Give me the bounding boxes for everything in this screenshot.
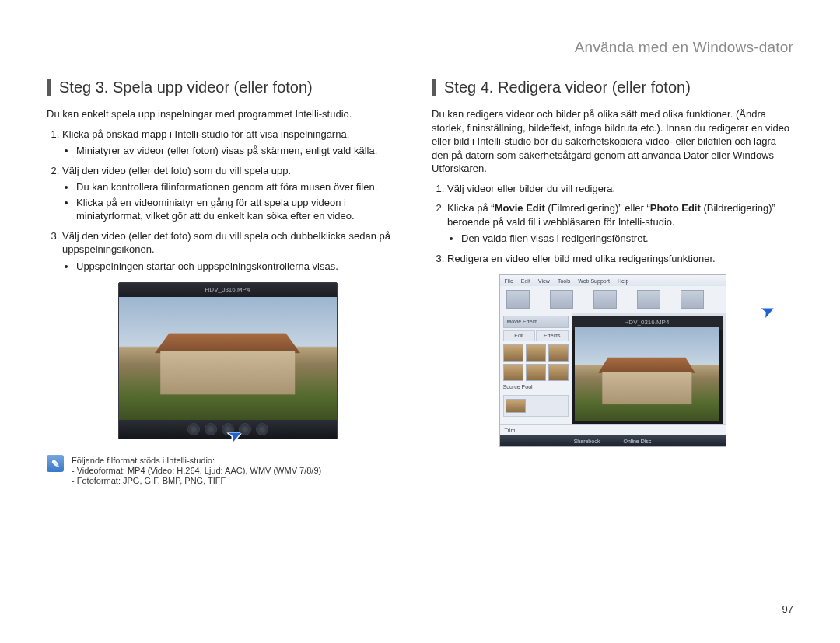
source-pool-label: Source Pool bbox=[503, 384, 569, 393]
menu-item[interactable]: Help bbox=[618, 278, 628, 284]
tab-effects[interactable]: Effects bbox=[536, 330, 569, 341]
rewind-icon[interactable] bbox=[205, 423, 217, 435]
timeline-clip[interactable] bbox=[681, 290, 704, 309]
sub-item: Miniatyrer av videor (eller foton) visas… bbox=[76, 144, 408, 158]
editor-toolbar: Trim bbox=[500, 424, 726, 435]
editor-body: Movie Effect Edit Effects bbox=[500, 313, 726, 425]
note-line: - Fotoformat: JPG, GIF, BMP, PNG, TIFF bbox=[72, 476, 321, 485]
video-player-window: HDV_0316.MP4 bbox=[118, 282, 338, 439]
skip-forward-icon[interactable] bbox=[256, 423, 268, 435]
menu-item[interactable]: Web Support bbox=[578, 278, 610, 284]
sub-item: Du kan kontrollera filinformationen geno… bbox=[76, 180, 408, 194]
cursor-arrow-icon: ➤ bbox=[757, 299, 778, 323]
effect-thumb[interactable] bbox=[503, 364, 523, 381]
house-image bbox=[602, 354, 691, 405]
play-pause-icon[interactable] bbox=[222, 423, 234, 435]
editor-footer: Sharebook Online Disc bbox=[500, 435, 726, 446]
editor-preview: HDV_0316.MP4 bbox=[572, 316, 723, 425]
step-text: Klicka på önskad mapp i Intelli-studio f… bbox=[62, 128, 349, 140]
effects-panel: Movie Effect Edit Effects bbox=[500, 313, 572, 425]
list-item: Välj den video (eller det foto) som du v… bbox=[62, 229, 408, 274]
sublist: Den valda filen visas i redigeringsfönst… bbox=[447, 232, 793, 246]
step4-heading: Steg 4. Redigera videor (eller foton) bbox=[432, 79, 793, 96]
step4-list: Välj videor eller bilder du vill rediger… bbox=[432, 182, 793, 266]
panel-title: Movie Effect bbox=[503, 316, 569, 328]
wall-shape bbox=[602, 372, 691, 405]
menu-item[interactable]: View bbox=[538, 278, 550, 284]
timeline-clip[interactable] bbox=[506, 290, 530, 309]
movie-edit-label: Movie Edit bbox=[495, 202, 545, 214]
effect-thumb[interactable] bbox=[526, 364, 546, 381]
list-item: Redigera en video eller bild med olika r… bbox=[447, 252, 793, 266]
online-disc-button[interactable]: Online Disc bbox=[624, 439, 652, 444]
timeline-clip[interactable] bbox=[637, 290, 660, 309]
section-header: Använda med en Windows-dator bbox=[47, 39, 793, 61]
right-column: Steg 4. Redigera videor (eller foton) Du… bbox=[432, 79, 793, 485]
step-text: Välj den video (eller det foto) som du v… bbox=[62, 165, 291, 176]
editor-window: File Edit View Tools Web Support Help bbox=[499, 274, 726, 447]
step3-list: Klicka på önskad mapp i Intelli-studio f… bbox=[47, 128, 408, 274]
effect-thumbnails bbox=[503, 344, 569, 381]
effect-thumb[interactable] bbox=[548, 364, 569, 381]
list-item: Välj den video (eller det foto) som du v… bbox=[62, 164, 408, 223]
timeline-clip[interactable] bbox=[593, 290, 617, 309]
menu-item[interactable]: Edit bbox=[521, 278, 530, 284]
menu-item[interactable]: Tools bbox=[558, 278, 570, 284]
panel-tabs: Edit Effects bbox=[503, 330, 569, 341]
source-pool bbox=[503, 395, 569, 417]
step-text: Välj videor eller bilder du vill rediger… bbox=[447, 183, 615, 194]
effect-thumb[interactable] bbox=[503, 344, 523, 362]
sublist: Uppspelningen startar och uppspelningsko… bbox=[62, 260, 408, 274]
forward-icon[interactable] bbox=[239, 423, 251, 435]
video-player-screenshot: HDV_0316.MP4 ➤ bbox=[47, 282, 408, 439]
editor-menubar: File Edit View Tools Web Support Help bbox=[500, 275, 726, 286]
video-frame bbox=[119, 297, 337, 420]
header-title: Använda med en Windows-dator bbox=[575, 39, 793, 55]
trim-tool[interactable]: Trim bbox=[505, 428, 516, 433]
roof-shape bbox=[155, 328, 300, 353]
note-title: Följande filformat stöds i Intelli-studi… bbox=[72, 456, 321, 465]
photo-edit-label: Photo Edit bbox=[650, 202, 701, 214]
player-titlebar: HDV_0316.MP4 bbox=[119, 283, 337, 297]
two-column-layout: Steg 3. Spela upp videor (eller foton) D… bbox=[47, 79, 793, 485]
list-item: Klicka på önskad mapp i Intelli-studio f… bbox=[62, 128, 408, 158]
step3-heading: Steg 3. Spela upp videor (eller foton) bbox=[47, 79, 408, 96]
timeline-clip[interactable] bbox=[550, 290, 573, 309]
sub-item: Uppspelningen startar och uppspelningsko… bbox=[76, 260, 408, 274]
step-text: Redigera en video eller bild med olika r… bbox=[447, 253, 716, 264]
sublist: Miniatyrer av videor (eller foton) visas… bbox=[62, 144, 408, 158]
sub-item: Klicka på en videominiatyr en gång för a… bbox=[76, 196, 408, 223]
step4-intro: Du kan redigera videor och bilder på oli… bbox=[432, 107, 793, 176]
sharebook-button[interactable]: Sharebook bbox=[574, 439, 600, 444]
editor-screenshot: File Edit View Tools Web Support Help bbox=[432, 274, 793, 447]
player-controls bbox=[119, 420, 337, 439]
preview-image bbox=[575, 327, 719, 421]
note-content: Följande filformat stöds i Intelli-studi… bbox=[72, 455, 321, 485]
step-text: Välj den video (eller det foto) som du v… bbox=[62, 230, 390, 256]
note-line: - Videoformat: MP4 (Video: H.264, Ljud: … bbox=[72, 466, 321, 475]
step-text-prefix: Klicka på “ bbox=[447, 202, 495, 214]
step3-intro: Du kan enkelt spela upp inspelningar med… bbox=[47, 107, 408, 121]
sub-item: Den valda filen visas i redigeringsfönst… bbox=[461, 232, 793, 246]
step-text-mid: (Filmredigering)” eller “ bbox=[545, 202, 650, 214]
note-icon: ✎ bbox=[47, 455, 64, 472]
document-page: Använda med en Windows-dator Steg 3. Spe… bbox=[0, 0, 840, 643]
pool-thumb[interactable] bbox=[506, 399, 526, 413]
house-image bbox=[160, 328, 296, 394]
left-column: Steg 3. Spela upp videor (eller foton) D… bbox=[47, 79, 408, 485]
menu-item[interactable]: File bbox=[505, 278, 513, 284]
effect-thumb[interactable] bbox=[526, 344, 546, 362]
effect-thumb[interactable] bbox=[548, 344, 569, 362]
tab-edit[interactable]: Edit bbox=[503, 330, 536, 341]
editor-timeline bbox=[500, 286, 726, 313]
list-item: Klicka på “Movie Edit (Filmredigering)” … bbox=[447, 201, 793, 246]
sublist: Du kan kontrollera filinformationen geno… bbox=[62, 180, 408, 223]
format-note: ✎ Följande filformat stöds i Intelli-stu… bbox=[47, 455, 408, 485]
skip-back-icon[interactable] bbox=[187, 423, 200, 435]
roof-shape bbox=[598, 354, 695, 373]
list-item: Välj videor eller bilder du vill rediger… bbox=[447, 182, 793, 196]
page-number: 97 bbox=[782, 603, 793, 615]
wall-shape bbox=[160, 351, 296, 394]
